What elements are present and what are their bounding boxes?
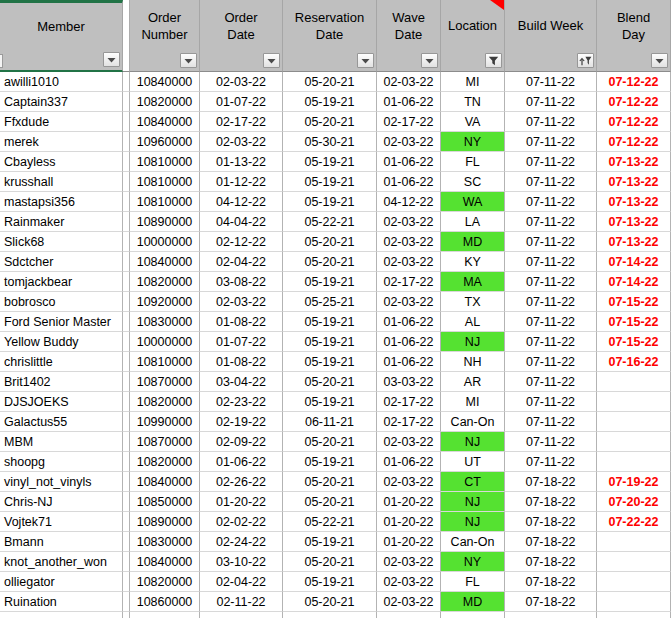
cell-wave_date[interactable]: 01-06-22	[377, 92, 441, 112]
cell-reservation_date[interactable]: 05-19-21	[283, 92, 377, 112]
column-header-wave-date[interactable]: Wave Date	[377, 0, 441, 72]
cell-wave_date[interactable]: 04-12-22	[377, 192, 441, 212]
cell-order_date[interactable]	[200, 612, 283, 618]
cell-build_week[interactable]: 07-11-22	[505, 372, 597, 392]
cell-reservation_date[interactable]: 05-20-21	[283, 592, 377, 612]
cell-order_date[interactable]: 01-20-22	[200, 492, 283, 512]
cell-reservation_date[interactable]: 05-22-21	[283, 512, 377, 532]
cell-blend_day[interactable]: 07-13-22	[597, 192, 671, 212]
cell-order_number[interactable]: 10870000	[130, 432, 200, 452]
cell-member[interactable]: chrislittle	[0, 352, 123, 372]
cell-order_date[interactable]: 02-26-22	[200, 472, 283, 492]
cell-reservation_date[interactable]: 05-20-21	[283, 552, 377, 572]
cell-blend_day[interactable]: 07-20-22	[597, 492, 671, 512]
cell-wave_date[interactable]: 02-03-22	[377, 252, 441, 272]
cell-order_number[interactable]: 10820000	[130, 392, 200, 412]
cell-order_number[interactable]: 10890000	[130, 212, 200, 232]
cell-member[interactable]: Captain337	[0, 92, 123, 112]
cell-build_week[interactable]: 07-11-22	[505, 252, 597, 272]
cell-reservation_date[interactable]: 05-19-21	[283, 392, 377, 412]
cell-location[interactable]: TN	[441, 92, 505, 112]
cell-blend_day[interactable]	[597, 452, 671, 472]
cell-order_number[interactable]: 10830000	[130, 312, 200, 332]
cell-order_number[interactable]: 10850000	[130, 492, 200, 512]
cell-blend_day[interactable]: 07-13-22	[597, 152, 671, 172]
cell-reservation_date[interactable]: 05-22-21	[283, 212, 377, 232]
column-header-order-date[interactable]: Order Date	[200, 0, 283, 72]
cell-blend_day[interactable]: 07-19-22	[597, 472, 671, 492]
cell-reservation_date[interactable]: 05-19-21	[283, 452, 377, 472]
cell-member[interactable]: bobrosco	[0, 292, 123, 312]
cell-blend_day[interactable]: 07-15-22	[597, 292, 671, 312]
cell-order_date[interactable]: 02-03-22	[200, 132, 283, 152]
column-header-location[interactable]: Location	[441, 0, 505, 72]
spacer-cell[interactable]	[123, 472, 130, 492]
cell-order_number[interactable]: 10990000	[130, 412, 200, 432]
cell-member[interactable]: knot_another_won	[0, 552, 123, 572]
cell-blend_day[interactable]: 07-12-22	[597, 92, 671, 112]
cell-reservation_date[interactable]: 06-11-21	[283, 412, 377, 432]
filter-button-member[interactable]	[103, 52, 120, 67]
cell-blend_day[interactable]: 07-16-22	[597, 352, 671, 372]
cell-location[interactable]: NY	[441, 552, 505, 572]
cell-blend_day[interactable]	[597, 412, 671, 432]
cell-order_number[interactable]: 10000000	[130, 232, 200, 252]
spacer-cell[interactable]	[123, 432, 130, 452]
cell-wave_date[interactable]: 02-17-22	[377, 412, 441, 432]
cell-order_date[interactable]: 02-03-22	[200, 72, 283, 92]
cell-member[interactable]: Chris-NJ	[0, 492, 123, 512]
cell-wave_date[interactable]: 01-06-22	[377, 312, 441, 332]
cell-build_week[interactable]: 07-11-22	[505, 332, 597, 352]
cell-wave_date[interactable]: 02-03-22	[377, 72, 441, 92]
cell-wave_date[interactable]: 01-06-22	[377, 332, 441, 352]
cell-build_week[interactable]: 07-18-22	[505, 552, 597, 572]
cell-blend_day[interactable]: 07-13-22	[597, 232, 671, 252]
cell-build_week[interactable]	[505, 612, 597, 618]
cell-order_date[interactable]: 02-17-22	[200, 112, 283, 132]
cell-build_week[interactable]: 07-18-22	[505, 572, 597, 592]
cell-build_week[interactable]: 07-18-22	[505, 472, 597, 492]
cell-build_week[interactable]: 07-11-22	[505, 392, 597, 412]
cell-order_date[interactable]: 01-07-22	[200, 332, 283, 352]
cell-member[interactable]: Brit1402	[0, 372, 123, 392]
cell-member[interactable]: merek	[0, 132, 123, 152]
column-header-reservation-date[interactable]: Reservation Date	[283, 0, 377, 72]
cell-reservation_date[interactable]: 05-20-21	[283, 232, 377, 252]
spacer-cell[interactable]	[123, 412, 130, 432]
cell-member[interactable]: Ruination	[0, 592, 123, 612]
filter-button-order-number[interactable]	[180, 53, 197, 68]
cell-member[interactable]: Slick68	[0, 232, 123, 252]
cell-order_number[interactable]: 10820000	[130, 452, 200, 472]
cell-order_date[interactable]: 02-11-22	[200, 592, 283, 612]
cell-location[interactable]: WA	[441, 192, 505, 212]
spacer-cell[interactable]	[123, 492, 130, 512]
cell-member[interactable]: Sdctcher	[0, 252, 123, 272]
cell-reservation_date[interactable]: 05-20-21	[283, 432, 377, 452]
cell-location[interactable]: NH	[441, 352, 505, 372]
cell-member[interactable]: Galactus55	[0, 412, 123, 432]
cell-location[interactable]: AR	[441, 372, 505, 392]
cell-location[interactable]: UT	[441, 452, 505, 472]
cell-location[interactable]: VA	[441, 112, 505, 132]
cell-member[interactable]: Vojtek71	[0, 512, 123, 532]
cell-wave_date[interactable]: 02-03-22	[377, 552, 441, 572]
spacer-cell[interactable]	[123, 132, 130, 152]
cell-location[interactable]: NJ	[441, 492, 505, 512]
cell-reservation_date[interactable]: 05-19-21	[283, 352, 377, 372]
cell-location[interactable]: FL	[441, 152, 505, 172]
cell-wave_date[interactable]	[377, 612, 441, 618]
column-header-blend-day[interactable]: Blend Day	[597, 0, 671, 72]
cell-location[interactable]: MD	[441, 232, 505, 252]
cell-location[interactable]: LA	[441, 212, 505, 232]
cell-order_number[interactable]: 10890000	[130, 512, 200, 532]
cell-order_date[interactable]: 02-12-22	[200, 232, 283, 252]
spacer-cell[interactable]	[123, 452, 130, 472]
cell-order_number[interactable]: 10830000	[130, 532, 200, 552]
cell-blend_day[interactable]: 07-12-22	[597, 132, 671, 152]
cell-build_week[interactable]: 07-11-22	[505, 92, 597, 112]
cell-reservation_date[interactable]: 05-20-21	[283, 372, 377, 392]
cell-reservation_date[interactable]: 05-20-21	[283, 112, 377, 132]
spacer-cell[interactable]	[123, 592, 130, 612]
cell-order_date[interactable]: 02-09-22	[200, 432, 283, 452]
cell-wave_date[interactable]: 02-03-22	[377, 572, 441, 592]
